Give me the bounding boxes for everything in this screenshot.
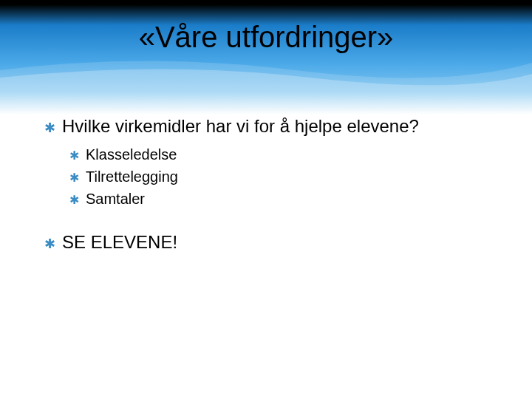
slide-content: ✱ Hvilke virkemidler har vi for å hjelpe… [44,115,502,258]
bullet-item: ✱ SE ELEVENE! [44,231,502,253]
sub-bullet-text: Tilrettelegging [86,167,178,186]
sub-bullet-item: ✱ Samtaler [69,189,502,208]
sub-bullet-text: Klasseledelse [86,145,177,164]
star-icon: ✱ [69,172,86,184]
bullet-item: ✱ Hvilke virkemidler har vi for å hjelpe… [44,115,502,137]
sub-bullet-text: Samtaler [86,189,145,208]
slide-title: «Våre utfordringer» [0,21,532,54]
header-swoosh [0,0,532,115]
star-icon: ✱ [44,121,62,134]
sub-bullet-item: ✱ Tilrettelegging [69,167,502,186]
sub-bullet-item: ✱ Klasseledelse [69,145,502,164]
bullet-text: Hvilke virkemidler har vi for å hjelpe e… [62,115,419,137]
star-icon: ✱ [69,150,86,162]
bullet-text: SE ELEVENE! [62,231,177,253]
star-icon: ✱ [69,194,86,206]
star-icon: ✱ [44,237,62,250]
sub-bullet-list: ✱ Klasseledelse ✱ Tilrettelegging ✱ Samt… [69,145,502,208]
